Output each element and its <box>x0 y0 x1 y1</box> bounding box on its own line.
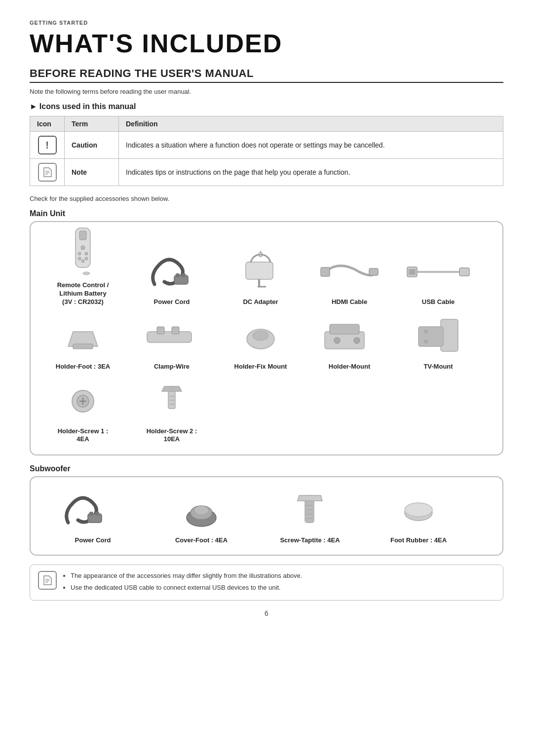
holder-fix-mount-label: Holder-Fix Mount <box>234 363 287 371</box>
svg-rect-13 <box>176 273 180 277</box>
clamp-wire-img <box>142 314 201 359</box>
subwoofer-grid: Power Cord Cover-Foot : 4EA <box>38 488 495 548</box>
note-definition: Indicates tips or instructions on the pa… <box>119 159 503 186</box>
svg-point-6 <box>78 252 81 255</box>
list-item: Cover-Foot : 4EA <box>147 488 256 544</box>
intro-text: Note the following terms before reading … <box>30 88 503 95</box>
foot-rubber-img <box>384 488 453 532</box>
svg-rect-4 <box>79 231 86 240</box>
cover-foot-img <box>167 488 236 532</box>
svg-point-35 <box>354 338 360 343</box>
power-cord-label: Power Cord <box>154 298 190 306</box>
svg-point-8 <box>78 257 81 260</box>
tv-mount-label: TV-Mount <box>423 363 453 371</box>
list-item: DC Adapter <box>216 233 305 306</box>
svg-point-10 <box>81 260 84 263</box>
icons-subtitle: ►Icons used in this manual <box>30 102 503 111</box>
note-icon <box>38 571 57 590</box>
caution-term: Caution <box>65 132 119 159</box>
holder-foot-img <box>53 314 113 359</box>
note-icon-cell <box>30 159 65 186</box>
svg-point-62 <box>405 503 432 517</box>
note-bullet-2: Use the dedicated USB cable to connect e… <box>71 583 302 593</box>
note-box-icon <box>38 571 57 590</box>
col-term: Term <box>65 116 119 132</box>
holder-screw2-img <box>142 379 201 423</box>
before-reading-title: BEFORE READING THE USER'S MANUAL <box>30 67 503 83</box>
list-item: HDMI Cable <box>305 233 394 306</box>
list-item: Foot Rubber : 4EA <box>364 488 473 544</box>
svg-marker-45 <box>162 386 182 391</box>
note-list: The appearance of the accessories may di… <box>63 571 302 594</box>
subwoofer-label: Subwoofer <box>30 464 503 473</box>
svg-point-31 <box>253 331 268 340</box>
svg-rect-27 <box>147 332 191 342</box>
holder-screw1-label: Holder-Screw 1 :4EA <box>58 427 109 444</box>
check-text: Check for the supplied accessories shown… <box>30 195 503 202</box>
svg-rect-51 <box>95 512 99 516</box>
holder-fix-mount-img <box>231 314 290 359</box>
svg-rect-26 <box>73 344 93 349</box>
table-row: ! Caution Indicates a situation where a … <box>30 132 503 159</box>
tv-mount-img <box>409 314 468 359</box>
svg-point-5 <box>81 246 85 250</box>
caution-icon-cell: ! <box>30 132 65 159</box>
list-item: Clamp-Wire <box>127 314 216 371</box>
page-number: 6 <box>30 609 503 617</box>
list-item: Holder-Mount <box>305 314 394 371</box>
clamp-wire-label: Clamp-Wire <box>154 363 190 371</box>
power-cord-sub-label: Power Cord <box>75 536 111 544</box>
hdmi-cable-img <box>320 250 379 294</box>
power-cord-sub-img <box>58 488 127 532</box>
holder-screw2-label: Holder-Screw 2 :10EA <box>147 427 197 444</box>
note-box: The appearance of the accessories may di… <box>30 565 503 601</box>
col-icon: Icon <box>30 116 65 132</box>
list-item: Holder-Foot : 3EA <box>38 314 127 371</box>
list-item: USB Cable <box>394 233 483 306</box>
list-item: Holder-Fix Mount <box>216 314 305 371</box>
list-item: Holder-Screw 2 :10EA <box>127 379 216 444</box>
table-row: Note Indicates tips or instructions on t… <box>30 159 503 186</box>
screw-taptite-img <box>275 488 344 532</box>
hdmi-cable-label: HDMI Cable <box>332 298 367 306</box>
svg-rect-28 <box>157 327 164 334</box>
note-term: Note <box>65 159 119 186</box>
icons-table: Icon Term Definition ! Caution Indicates… <box>30 116 503 186</box>
svg-marker-56 <box>298 495 322 501</box>
svg-rect-14 <box>182 273 186 277</box>
list-item: Holder-Screw 1 :4EA <box>38 379 127 444</box>
list-item: Power Cord <box>38 488 147 544</box>
holder-mount-label: Holder-Mount <box>329 363 370 371</box>
power-cord-img <box>142 250 201 294</box>
svg-point-34 <box>334 338 340 343</box>
col-definition: Definition <box>119 116 503 132</box>
foot-rubber-label: Foot Rubber : 4EA <box>390 536 447 544</box>
holder-mount-img <box>320 314 379 359</box>
svg-point-11 <box>83 272 90 275</box>
arrow-icon: ► <box>30 102 38 111</box>
dc-adapter-img <box>231 250 290 294</box>
main-unit-box: Remote Control /Lithium Battery(3V : CR2… <box>30 221 503 455</box>
getting-started-label: GETTING STARTED <box>30 20 503 26</box>
list-item: Screw-Taptite : 4EA <box>256 488 364 544</box>
page-title: WHAT'S INCLUDED <box>30 29 503 58</box>
main-unit-label: Main Unit <box>30 209 503 218</box>
svg-point-9 <box>85 257 88 260</box>
caution-definition: Indicates a situation where a function d… <box>119 132 503 159</box>
svg-rect-20 <box>321 267 330 276</box>
list-item: TV-Mount <box>394 314 483 371</box>
note-icon <box>38 163 57 182</box>
svg-point-38 <box>424 330 428 334</box>
holder-foot-label: Holder-Foot : 3EA <box>56 363 111 371</box>
svg-rect-50 <box>89 512 93 516</box>
screw-taptite-label: Screw-Taptite : 4EA <box>280 536 340 544</box>
svg-point-39 <box>424 340 428 343</box>
remote-img <box>53 233 113 277</box>
svg-rect-37 <box>419 327 443 346</box>
svg-rect-33 <box>330 324 359 334</box>
svg-rect-15 <box>246 262 273 279</box>
svg-rect-24 <box>459 268 469 276</box>
note-bullet-1: The appearance of the accessories may di… <box>71 571 302 581</box>
caution-icon: ! <box>38 136 57 154</box>
holder-screw1-img <box>53 379 113 423</box>
